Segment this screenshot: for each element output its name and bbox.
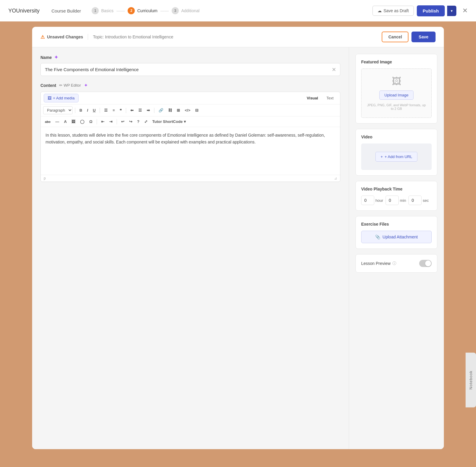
image-upload-area: 🖼 Upload Image JPEG, PNG, GIF, and WebP … xyxy=(361,68,432,118)
editor-p-tag: p xyxy=(44,176,46,180)
sec-field: sec xyxy=(408,196,429,205)
hour-label: hour xyxy=(375,198,383,203)
step3-label: Additional xyxy=(181,8,200,13)
ai-sparkle-icon: ✦ xyxy=(54,54,58,60)
name-input[interactable] xyxy=(40,63,340,76)
sec-input[interactable] xyxy=(408,196,422,205)
modal-body: Name ✦ ✕ Content ✏ WP Editor ✦ xyxy=(32,47,444,449)
expand-button[interactable]: ⤢ xyxy=(143,118,149,125)
tab-visual[interactable]: Visual xyxy=(303,94,322,102)
image-button[interactable]: 🖼 xyxy=(70,118,77,125)
cloud-icon: ☁ xyxy=(378,8,382,13)
underline-button[interactable]: U xyxy=(91,107,97,114)
grid-button[interactable]: ⊟ xyxy=(193,107,200,114)
name-clear-button[interactable]: ✕ xyxy=(332,66,336,73)
breadcrumb-divider-2: —— xyxy=(160,8,169,13)
breadcrumb-step-1[interactable]: 1 Basics xyxy=(92,7,113,14)
toolbar-divider-1 xyxy=(75,108,75,113)
featured-image-section: Featured Image 🖼 Upload Image JPEG, PNG,… xyxy=(356,54,437,124)
content-label-row: Content ✏ WP Editor ✦ xyxy=(40,82,340,88)
shortcode-button[interactable]: Tutor ShortCode ▾ xyxy=(151,118,188,125)
sec-label: sec xyxy=(423,198,429,203)
unlink-button[interactable]: ⛓ xyxy=(166,107,174,114)
cancel-button[interactable]: Cancel xyxy=(382,32,408,42)
warning-icon: ⚠ xyxy=(40,34,45,40)
align-center-button[interactable]: ☰ xyxy=(137,107,144,114)
course-builder-label: Course Builder xyxy=(51,8,81,13)
modal-header: ⚠ Unsaved Changes Topic: Introduction to… xyxy=(32,27,444,47)
step1-label: Basics xyxy=(101,8,113,13)
modal-header-actions: Cancel Save xyxy=(382,32,436,42)
help-button[interactable]: ? xyxy=(135,118,141,125)
ai-sparkle-icon-2: ✦ xyxy=(84,82,88,88)
hr-button[interactable]: — xyxy=(54,118,61,125)
name-label: Name ✦ xyxy=(40,54,340,60)
editor-resize-handle[interactable]: ⊿ xyxy=(334,176,337,180)
logo: YOUniversity xyxy=(8,8,40,14)
align-right-button[interactable]: ➡ xyxy=(145,107,152,114)
step1-num: 1 xyxy=(92,7,99,14)
blockquote-button[interactable]: ❝ xyxy=(118,107,123,114)
indent-button[interactable]: ⇥ xyxy=(107,118,114,125)
header-divider xyxy=(88,34,88,40)
add-media-button[interactable]: 🖼 + Add media xyxy=(44,94,79,102)
toolbar-divider-2 xyxy=(100,108,100,113)
video-title: Video xyxy=(361,135,432,139)
modal: ⚠ Unsaved Changes Topic: Introduction to… xyxy=(32,27,444,449)
toolbar-row-1: Paragraph B I U ☰ ≡ ❝ ⬅ ☰ ➡ 🔗 ⛓ xyxy=(41,104,340,116)
exercise-files-section: Exercise Files 📎 Upload Attachment xyxy=(356,216,437,249)
text-color-button[interactable]: A xyxy=(62,118,68,125)
image-hint: JPEG, PNG, GIF, and WebP formats, up to … xyxy=(366,103,427,110)
top-bar-actions: ☁ Save as Draft Publish ▾ ✕ xyxy=(372,5,468,16)
italic-button[interactable]: I xyxy=(85,107,90,114)
editor-content[interactable]: In this lesson, students will delve into… xyxy=(41,127,340,175)
breadcrumb-divider-1: —— xyxy=(116,8,125,13)
right-panel: Featured Image 🖼 Upload Image JPEG, PNG,… xyxy=(349,47,444,449)
align-left-button[interactable]: ⬅ xyxy=(129,107,135,114)
publish-button[interactable]: Publish xyxy=(417,5,445,16)
top-bar: YOUniversity Course Builder 1 Basics —— … xyxy=(0,0,476,21)
save-button[interactable]: Save xyxy=(411,32,436,42)
table-button[interactable]: ⊞ xyxy=(175,107,182,114)
bold-button[interactable]: B xyxy=(78,107,84,114)
link-button[interactable]: 🔗 xyxy=(157,107,165,114)
video-section: Video + + Add from URL xyxy=(356,129,437,176)
breadcrumb-step-3[interactable]: 3 Additional xyxy=(172,7,200,14)
min-label: min xyxy=(400,198,406,203)
paperclip-icon: 📎 xyxy=(375,235,380,239)
min-input[interactable] xyxy=(386,196,399,205)
toolbar-divider-3 xyxy=(126,108,126,113)
breadcrumb: 1 Basics —— 2 Curriculum —— 3 Additional xyxy=(92,7,367,14)
close-button[interactable]: ✕ xyxy=(462,7,468,15)
toolbar-divider-6 xyxy=(117,119,117,124)
upload-attachment-button[interactable]: 📎 Upload Attachment xyxy=(361,231,432,243)
undo-button[interactable]: ↩ xyxy=(119,118,126,125)
editor-status-bar: p ⊿ xyxy=(41,175,340,182)
special-char-button[interactable]: Ω xyxy=(87,118,94,125)
clear-format-button[interactable]: ◯ xyxy=(78,118,86,125)
outdent-button[interactable]: ⇤ xyxy=(99,118,106,125)
ol-button[interactable]: ≡ xyxy=(111,107,117,114)
ul-button[interactable]: ☰ xyxy=(102,107,109,114)
code-button[interactable]: </> xyxy=(183,107,192,114)
plus-icon: + xyxy=(381,154,383,159)
upload-image-button[interactable]: Upload Image xyxy=(379,90,414,100)
unsaved-changes-badge: ⚠ Unsaved Changes xyxy=(40,34,83,40)
toolbar-divider-4 xyxy=(154,108,154,113)
min-field: min xyxy=(386,196,406,205)
publish-dropdown-button[interactable]: ▾ xyxy=(447,6,456,16)
strikethrough-button[interactable]: abc xyxy=(43,119,52,125)
notebook-tab[interactable]: Notebook xyxy=(466,353,476,407)
lesson-preview-toggle[interactable] xyxy=(419,260,432,267)
hour-input[interactable] xyxy=(361,196,374,205)
paragraph-select[interactable]: Paragraph xyxy=(43,106,73,114)
tab-text[interactable]: Text xyxy=(323,94,337,102)
save-draft-button[interactable]: ☁ Save as Draft xyxy=(372,6,414,16)
add-from-url-button[interactable]: + + Add from URL xyxy=(375,152,417,162)
breadcrumb-step-2[interactable]: 2 Curriculum xyxy=(128,7,157,14)
toolbar-divider-5 xyxy=(97,119,97,124)
redo-button[interactable]: ↪ xyxy=(127,118,134,125)
featured-image-title: Featured Image xyxy=(361,60,432,64)
toolbar-row-2: abc — A 🖼 ◯ Ω ⇤ ⇥ ↩ ↪ ? ⤢ Tutor ShortCod… xyxy=(41,116,340,127)
wp-editor-link[interactable]: ✏ WP Editor xyxy=(59,83,81,88)
